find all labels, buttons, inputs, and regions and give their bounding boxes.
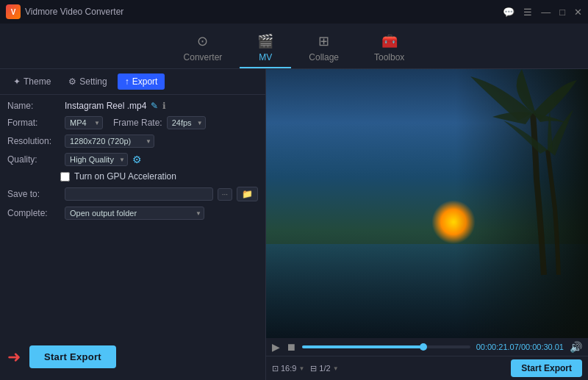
tab-mv[interactable]: 🎬 MV	[240, 27, 291, 68]
timeline-thumb	[420, 343, 427, 351]
page-dropdown-icon: ▼	[333, 365, 339, 372]
sub-nav: ✦ Theme ⚙ Setting ↑ Export	[0, 69, 265, 95]
main-area: ✦ Theme ⚙ Setting ↑ Export Name: Instagr…	[0, 69, 588, 380]
frame-rate-select[interactable]: 24fps 30fps 60fps	[167, 116, 206, 129]
gpu-checkbox[interactable]	[60, 172, 70, 182]
frame-rate-select-wrap: 24fps 30fps 60fps	[167, 116, 206, 129]
ratio-value: 16:9	[281, 364, 296, 373]
toolbox-icon: 🧰	[381, 33, 398, 49]
page-icon: ⊟	[310, 364, 317, 373]
subnav-setting[interactable]: ⚙ Setting	[61, 74, 114, 90]
titlebar-left: V Vidmore Video Converter	[6, 4, 123, 19]
right-panel: ▶ ⏹ 00:00:21.07/00:00:30.01 🔊 ⊡ 16:9 ▼ ⊟…	[266, 69, 588, 380]
quality-select[interactable]: High Quality Standard	[65, 153, 128, 166]
save-to-input[interactable]: C:\Vidmore\Vidmore V...onverter\MV Expor…	[65, 187, 213, 201]
theme-label: Theme	[24, 76, 51, 87]
tab-collage-label: Collage	[309, 52, 339, 62]
export-icon: ↑	[125, 76, 129, 87]
save-to-folder-button[interactable]: 📁	[237, 187, 258, 201]
timeline-fill	[302, 345, 423, 348]
video-controls: ▶ ⏹ 00:00:21.07/00:00:30.01 🔊	[266, 338, 588, 356]
name-value: Instagram Reel .mp4	[65, 101, 146, 111]
subnav-export[interactable]: ↑ Export	[118, 74, 165, 90]
resolution-label: Resolution:	[7, 136, 60, 146]
left-panel: ✦ Theme ⚙ Setting ↑ Export Name: Instagr…	[0, 69, 266, 380]
tab-mv-label: MV	[259, 52, 272, 62]
gpu-label[interactable]: Turn on GPU Acceleration	[74, 171, 176, 182]
complete-select-wrap: Open output folder	[65, 207, 204, 220]
palm-tree-svg	[441, 69, 588, 338]
aspect-ratio-button[interactable]: ⊡ 16:9 ▼	[272, 364, 304, 373]
video-info-row: ⊡ 16:9 ▼ ⊟ 1/2 ▼ Start Export	[266, 356, 588, 380]
video-preview	[266, 69, 588, 338]
frame-rate-label: Frame Rate:	[113, 118, 162, 128]
timeline-bar[interactable]	[302, 345, 470, 348]
quality-settings-icon[interactable]: ⚙	[132, 154, 142, 165]
app-logo: V	[6, 4, 21, 19]
close-button[interactable]: ✕	[574, 7, 582, 18]
edit-name-icon[interactable]: ✎	[151, 101, 158, 111]
maximize-button[interactable]: □	[559, 7, 565, 18]
resolution-row: Resolution: 1280x720 (720p) 1920x1080 (1…	[7, 135, 258, 148]
name-field-group: Instagram Reel .mp4 ✎ ℹ	[65, 101, 166, 111]
resolution-select[interactable]: 1280x720 (720p) 1920x1080 (1080p)	[65, 135, 154, 148]
tab-converter-label: Converter	[184, 52, 223, 62]
export-label: Export	[132, 76, 158, 87]
mv-icon: 🎬	[257, 33, 273, 49]
resolution-select-wrap: 1280x720 (720p) 1920x1080 (1080p)	[65, 135, 154, 148]
complete-row: Complete: Open output folder	[7, 207, 258, 220]
time-total: 00:00:30.01	[521, 343, 564, 351]
collage-icon: ⊞	[318, 33, 329, 49]
format-select[interactable]: MP4 AVI MOV	[65, 116, 103, 129]
titlebar-controls: 💬 ☰ — □ ✕	[503, 7, 582, 18]
stop-button[interactable]: ⏹	[286, 341, 296, 353]
nav-tabs: ⊙ Converter 🎬 MV ⊞ Collage 🧰 Toolbox	[0, 24, 588, 69]
save-to-label: Save to:	[7, 189, 60, 199]
page-size-button[interactable]: ⊟ 1/2 ▼	[310, 364, 338, 373]
tab-converter[interactable]: ⊙ Converter	[166, 27, 240, 68]
format-select-wrap: MP4 AVI MOV	[65, 116, 103, 129]
format-row: Format: MP4 AVI MOV Frame Rate: 24fps 30…	[7, 116, 258, 129]
settings-form: Name: Instagram Reel .mp4 ✎ ℹ Format: MP…	[0, 95, 265, 334]
converter-icon: ⊙	[197, 33, 208, 49]
quality-select-wrap: High Quality Standard	[65, 153, 128, 166]
minimize-button[interactable]: —	[541, 7, 551, 18]
name-row: Name: Instagram Reel .mp4 ✎ ℹ	[7, 101, 258, 111]
ratio-dropdown-icon: ▼	[298, 365, 304, 372]
start-export-left-button[interactable]: Start Export	[29, 345, 116, 368]
video-background	[266, 69, 588, 338]
export-area: ➜ Start Export	[0, 334, 265, 380]
menu-icon[interactable]: ☰	[523, 7, 532, 18]
volume-icon[interactable]: 🔊	[570, 341, 582, 353]
setting-icon: ⚙	[68, 76, 76, 87]
tab-toolbox[interactable]: 🧰 Toolbox	[356, 27, 422, 68]
titlebar: V Vidmore Video Converter 💬 ☰ — □ ✕	[0, 0, 588, 24]
save-to-row: Save to: C:\Vidmore\Vidmore V...onverter…	[7, 187, 258, 201]
format-label: Format:	[7, 118, 60, 128]
play-button[interactable]: ▶	[272, 341, 280, 353]
setting-label: Setting	[79, 76, 107, 87]
name-label: Name:	[7, 101, 60, 111]
quality-label: Quality:	[7, 154, 60, 165]
subnav-theme[interactable]: ✦ Theme	[6, 74, 58, 90]
time-current: 00:00:21.07	[476, 343, 519, 351]
quality-row: Quality: High Quality Standard ⚙	[7, 153, 258, 166]
tab-toolbox-label: Toolbox	[374, 52, 404, 62]
page-value: 1/2	[319, 364, 330, 373]
complete-label: Complete:	[7, 208, 60, 218]
ratio-icon: ⊡	[272, 364, 279, 373]
theme-icon: ✦	[13, 76, 21, 87]
time-display: 00:00:21.07/00:00:30.01	[476, 343, 564, 351]
start-export-right-button[interactable]: Start Export	[511, 359, 582, 377]
complete-select[interactable]: Open output folder	[65, 207, 204, 220]
titlebar-title: Vidmore Video Converter	[25, 7, 123, 17]
tab-collage[interactable]: ⊞ Collage	[291, 27, 356, 68]
info-icon[interactable]: ℹ	[162, 101, 166, 111]
chat-icon[interactable]: 💬	[503, 7, 514, 18]
save-to-dots-button[interactable]: ···	[218, 188, 232, 201]
gpu-row: Turn on GPU Acceleration	[7, 171, 258, 182]
red-arrow-icon: ➜	[7, 348, 21, 367]
